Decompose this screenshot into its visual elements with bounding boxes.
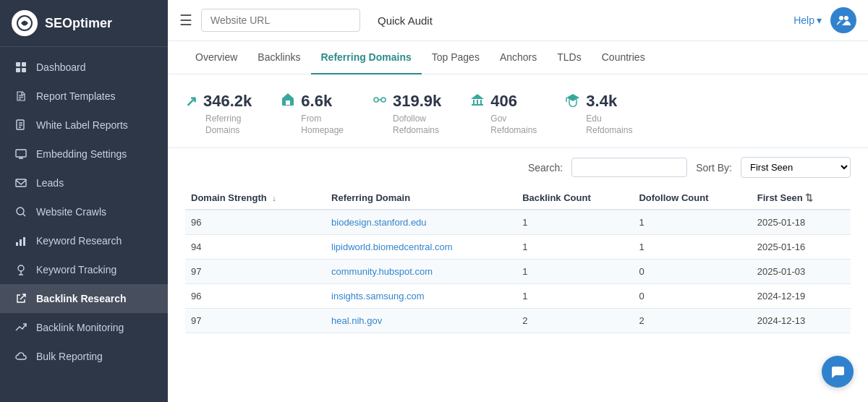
help-button[interactable]: Help ▾: [793, 14, 822, 26]
cell-backlink-count: 2: [516, 309, 633, 333]
gov-icon: [470, 93, 485, 111]
referring-domains-icon: ↗: [185, 93, 197, 110]
col-referring-domain: Referring Domain: [326, 187, 516, 210]
cell-referring-domain: insights.samsung.com: [326, 284, 516, 309]
cell-referring-domain: community.hubspot.com: [326, 260, 516, 284]
cell-first-seen: 2025-01-16: [752, 235, 851, 260]
stat-edu-refdomains: 3.4k EduRefdomains: [566, 92, 661, 136]
cell-backlink-count: 1: [516, 260, 633, 284]
stat-referring-domains-label: ReferringDomains: [185, 114, 241, 136]
stat-referring-domains: ↗ 346.2k ReferringDomains: [185, 92, 281, 136]
pin-icon: [14, 263, 27, 276]
cell-backlink-count: 1: [516, 235, 633, 260]
tab-tlds[interactable]: TLDs: [547, 41, 591, 74]
quick-audit-button[interactable]: Quick Audit: [369, 9, 441, 32]
col-first-seen: First Seen ⇅: [752, 187, 851, 210]
svg-line-12: [23, 214, 25, 216]
sidebar-item-backlink-research[interactable]: Backlink Research: [0, 284, 168, 313]
svg-rect-2: [22, 62, 26, 67]
sidebar-item-report-templates-label: Report Templates: [36, 90, 115, 102]
users-icon[interactable]: [830, 7, 856, 33]
tab-anchors[interactable]: Anchors: [490, 41, 547, 74]
sort-arrow-domain-strength[interactable]: ↓: [272, 194, 276, 202]
stats-row: ↗ 346.2k ReferringDomains 6.6k FromHomep…: [168, 74, 868, 148]
svg-rect-13: [16, 242, 18, 246]
svg-point-16: [18, 265, 24, 271]
sidebar-item-white-label-reports[interactable]: White Label Reports: [0, 111, 168, 140]
sort-select[interactable]: First Seen Domain Strength Backlink Coun…: [741, 157, 851, 178]
dofollow-icon: [373, 93, 387, 111]
sidebar-item-report-templates[interactable]: Report Templates: [0, 82, 168, 111]
cell-backlink-count: 1: [516, 210, 633, 235]
sidebar-item-website-crawls-label: Website Crawls: [36, 206, 106, 218]
col-backlink-count: Backlink Count: [516, 187, 633, 210]
tab-backlinks[interactable]: Backlinks: [247, 41, 310, 74]
cell-dofollow-count: 1: [633, 210, 751, 235]
sidebar-item-bulk-reporting[interactable]: Bulk Reporting: [0, 342, 168, 371]
stat-edu-label: EduRefdomains: [566, 114, 632, 136]
domain-link[interactable]: biodesign.stanford.edu: [331, 217, 427, 228]
stat-from-homepage-value: 6.6k: [281, 92, 332, 111]
svg-line-17: [20, 294, 25, 299]
referring-domains-table: Domain Strength ↓ Referring Domain Backl…: [185, 187, 851, 333]
tab-top-pages[interactable]: Top Pages: [422, 41, 490, 74]
svg-point-11: [17, 208, 24, 215]
table-wrap: Domain Strength ↓ Referring Domain Backl…: [168, 187, 868, 345]
sidebar-item-website-crawls[interactable]: Website Crawls: [0, 197, 168, 226]
search-circle-icon: [14, 205, 27, 218]
svg-point-20: [374, 98, 378, 102]
svg-point-19: [844, 16, 848, 20]
app-name: SEOptimer: [45, 16, 112, 31]
sidebar-item-keyword-research[interactable]: Keyword Research: [0, 226, 168, 255]
file-icon: [14, 119, 27, 132]
svg-rect-10: [16, 179, 26, 187]
svg-rect-14: [20, 239, 22, 246]
tab-overview[interactable]: Overview: [185, 41, 247, 74]
logo-icon: [12, 10, 38, 36]
chat-bubble[interactable]: [822, 356, 854, 388]
tab-referring-domains[interactable]: Referring Domains: [311, 41, 422, 74]
sidebar-item-bulk-reporting-label: Bulk Reporting: [36, 351, 103, 362]
cell-domain-strength: 96: [185, 284, 326, 309]
domain-link[interactable]: heal.nih.gov: [331, 315, 382, 326]
sidebar-item-leads-label: Leads: [36, 177, 64, 189]
domain-link[interactable]: community.hubspot.com: [331, 266, 433, 277]
sidebar-item-dashboard[interactable]: Dashboard: [0, 53, 168, 82]
sidebar-item-keyword-tracking[interactable]: Keyword Tracking: [0, 255, 168, 284]
sidebar-item-keyword-tracking-label: Keyword Tracking: [36, 264, 116, 275]
url-input[interactable]: [201, 9, 360, 32]
sidebar-item-keyword-research-label: Keyword Research: [36, 235, 122, 247]
sidebar-item-backlink-research-label: Backlink Research: [36, 293, 127, 304]
col-domain-strength: Domain Strength ↓: [185, 187, 326, 210]
sidebar-nav: Dashboard Report Templates White Label R…: [0, 47, 168, 402]
main-content: ☰ Quick Audit Help ▾ Overview Backlinks …: [168, 0, 868, 402]
svg-rect-3: [16, 68, 20, 72]
domain-link[interactable]: insights.samsung.com: [331, 291, 425, 302]
cell-domain-strength: 96: [185, 210, 326, 235]
homepage-icon: [281, 93, 295, 111]
svg-rect-1: [16, 62, 20, 67]
col-dofollow-count: Dofollow Count: [633, 187, 751, 210]
cell-dofollow-count: 1: [633, 235, 751, 260]
cell-domain-strength: 97: [185, 309, 326, 333]
domain-link[interactable]: lipidworld.biomedcentral.com: [331, 241, 453, 252]
hamburger-icon[interactable]: ☰: [179, 12, 192, 29]
bar-chart-icon: [14, 234, 27, 247]
sidebar-item-embedding-settings-label: Embedding Settings: [36, 148, 127, 160]
filter-icon[interactable]: ⇅: [805, 192, 813, 203]
sidebar-item-backlink-monitoring[interactable]: Backlink Monitoring: [0, 313, 168, 342]
cell-referring-domain: heal.nih.gov: [326, 309, 516, 333]
search-input[interactable]: [571, 158, 687, 177]
stat-gov-refdomains: 406 GovRefdomains: [470, 92, 566, 136]
mail-icon: [14, 176, 27, 189]
sidebar-item-leads[interactable]: Leads: [0, 168, 168, 197]
sidebar-item-dashboard-label: Dashboard: [36, 61, 86, 73]
svg-rect-9: [16, 150, 26, 157]
help-label: Help: [793, 14, 814, 26]
sidebar-item-embedding-settings[interactable]: Embedding Settings: [0, 140, 168, 168]
stat-dofollow-label: DofollowRefdomains: [373, 114, 439, 136]
svg-point-18: [839, 16, 843, 20]
svg-point-21: [381, 98, 386, 102]
tab-countries[interactable]: Countries: [592, 41, 655, 74]
table-row: 97 community.hubspot.com 1 0 2025-01-03: [185, 260, 851, 284]
